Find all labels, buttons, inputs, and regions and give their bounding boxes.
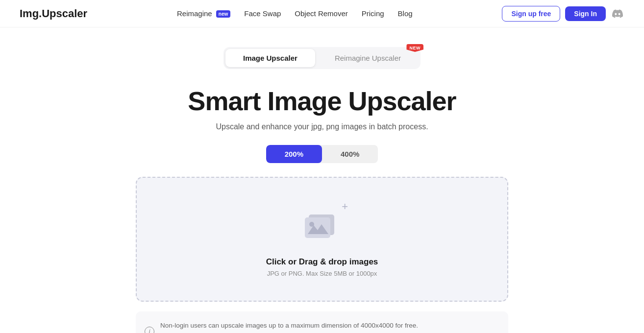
page-title: Smart Image Upscaler (188, 87, 456, 116)
plus-icon: + (342, 201, 348, 212)
svg-point-2 (309, 222, 314, 227)
main-content: Image Upscaler Reimagine Upscaler NEW Sm… (0, 27, 644, 333)
upload-main-text: Click or Drag & drop images (266, 257, 378, 267)
signin-button[interactable]: Sign In (565, 6, 606, 21)
signup-button[interactable]: Sign up free (502, 6, 560, 22)
upload-sub-text: JPG or PNG. Max Size 5MB or 1000px (267, 270, 377, 277)
nav-links: Reimagine new Face Swap Object Remover P… (177, 9, 413, 18)
page-subtitle: Upscale and enhance your jpg, png images… (216, 122, 428, 131)
discord-icon[interactable] (611, 7, 624, 21)
nav-face-swap[interactable]: Face Swap (244, 9, 281, 18)
nav-reimagine[interactable]: Reimagine new (177, 9, 230, 18)
scale-400-button[interactable]: 400% (322, 145, 378, 163)
scale-200-button[interactable]: 200% (266, 145, 322, 163)
tab-image-upscaler[interactable]: Image Upscaler (225, 49, 315, 67)
scale-toggle: 200% 400% (266, 145, 378, 163)
upload-dropzone[interactable]: + Click or Drag & drop images JPG or PNG… (136, 177, 508, 302)
tab-switcher: Image Upscaler Reimagine Upscaler NEW (223, 47, 421, 69)
tab-reimagine-upscaler[interactable]: Reimagine Upscaler NEW (317, 49, 419, 67)
info-icon: i (145, 327, 154, 333)
nav-object-remover[interactable]: Object Remover (295, 9, 347, 18)
new-ribbon-badge: NEW (406, 44, 423, 52)
navbar-actions: Sign up free Sign In (502, 6, 624, 22)
site-logo[interactable]: Img.Upscaler (20, 7, 87, 20)
image-upload-icon (300, 201, 344, 245)
upload-icon-wrap: + (300, 201, 344, 247)
nav-blog[interactable]: Blog (398, 9, 413, 18)
navbar: Img.Upscaler Reimagine new Face Swap Obj… (0, 0, 644, 27)
info-text: Non-login users can upscale images up to… (160, 322, 418, 329)
svg-rect-1 (305, 217, 330, 238)
info-bar: i Non-login users can upscale images up … (136, 311, 508, 333)
nav-pricing[interactable]: Pricing (362, 9, 384, 18)
new-badge: new (216, 10, 230, 18)
